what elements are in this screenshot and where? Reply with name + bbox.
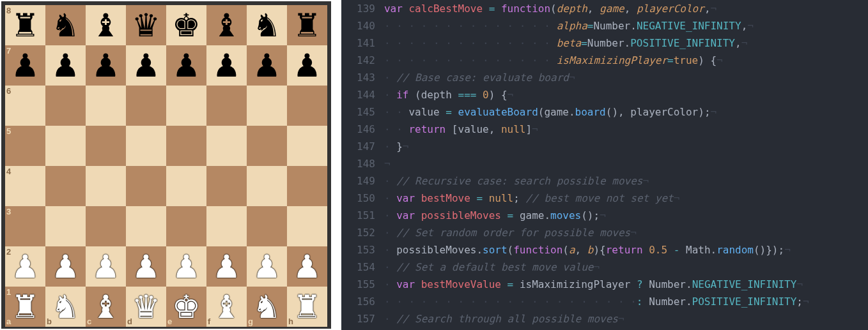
piece-bN[interactable]: ♞: [51, 10, 80, 41]
piece-bP[interactable]: ♟: [51, 50, 80, 82]
piece-wP[interactable]: ♟: [212, 251, 241, 283]
square-c6[interactable]: [86, 86, 126, 126]
square-h7[interactable]: ♟: [287, 45, 327, 86]
square-e1[interactable]: e♚: [166, 287, 206, 327]
square-e7[interactable]: ♟: [166, 45, 206, 86]
piece-bP[interactable]: ♟: [293, 50, 322, 82]
square-b5[interactable]: [45, 126, 86, 166]
square-e2[interactable]: ♟: [166, 246, 206, 287]
square-d5[interactable]: [126, 126, 166, 166]
square-d8[interactable]: ♛: [126, 5, 166, 45]
square-c1[interactable]: c♝: [86, 287, 126, 327]
code-line[interactable]: · // Recursive case: search possible mov…: [384, 172, 868, 190]
square-b3[interactable]: [45, 206, 86, 246]
square-a7[interactable]: 7♟: [5, 45, 45, 86]
piece-wR[interactable]: ♜: [293, 291, 322, 323]
code-line[interactable]: · // Set a default best move value¬: [384, 259, 868, 276]
piece-wN[interactable]: ♞: [252, 291, 281, 323]
square-h4[interactable]: [287, 166, 327, 206]
piece-bQ[interactable]: ♛: [132, 10, 160, 41]
square-g8[interactable]: ♞: [247, 5, 287, 45]
code-line[interactable]: · · return [value, null]¬: [384, 121, 868, 138]
code-line[interactable]: var calcBestMove = function(depth, game,…: [384, 0, 868, 17]
piece-bN[interactable]: ♞: [252, 10, 281, 41]
square-g1[interactable]: g♞: [247, 287, 287, 327]
square-e8[interactable]: ♚: [166, 5, 206, 45]
code-line[interactable]: · // Base case: evaluate board¬: [384, 69, 868, 86]
code-line[interactable]: · if (depth === 0) {¬: [384, 86, 868, 103]
code-line[interactable]: · · · · · · · · · · · · · · alpha=Number…: [384, 17, 868, 34]
square-h8[interactable]: ♜: [287, 5, 327, 45]
square-f4[interactable]: [206, 166, 247, 206]
square-g3[interactable]: [247, 206, 287, 246]
square-a1[interactable]: 1a♜: [5, 287, 45, 327]
square-a4[interactable]: 4: [5, 166, 45, 206]
square-c7[interactable]: ♟: [86, 45, 126, 86]
piece-wB[interactable]: ♝: [212, 291, 241, 323]
square-g7[interactable]: ♟: [247, 45, 287, 86]
square-f8[interactable]: ♝: [206, 5, 247, 45]
square-c8[interactable]: ♝: [86, 5, 126, 45]
piece-bR[interactable]: ♜: [11, 10, 40, 41]
square-f2[interactable]: ♟: [206, 246, 247, 287]
square-h2[interactable]: ♟: [287, 246, 327, 287]
piece-bB[interactable]: ♝: [91, 10, 120, 41]
square-c5[interactable]: [86, 126, 126, 166]
code-line[interactable]: · · · · · · · · · · · · · · isMaximizing…: [384, 52, 868, 69]
square-h5[interactable]: [287, 126, 327, 166]
square-d4[interactable]: [126, 166, 166, 206]
piece-wR[interactable]: ♜: [11, 291, 40, 323]
square-g5[interactable]: [247, 126, 287, 166]
square-e3[interactable]: [166, 206, 206, 246]
piece-wP[interactable]: ♟: [51, 251, 80, 283]
piece-wP[interactable]: ♟: [91, 251, 120, 283]
square-g6[interactable]: [247, 86, 287, 126]
square-h1[interactable]: h♜: [287, 287, 327, 327]
square-b1[interactable]: b♞: [45, 287, 86, 327]
piece-bR[interactable]: ♜: [293, 10, 322, 41]
square-g2[interactable]: ♟: [247, 246, 287, 287]
piece-wN[interactable]: ♞: [51, 291, 80, 323]
piece-wB[interactable]: ♝: [91, 291, 120, 323]
code-line[interactable]: · }¬: [384, 138, 868, 155]
square-d7[interactable]: ♟: [126, 45, 166, 86]
piece-wP[interactable]: ♟: [252, 251, 281, 283]
square-b6[interactable]: [45, 86, 86, 126]
square-d2[interactable]: ♟: [126, 246, 166, 287]
code-line[interactable]: · · · · · · · · · · · · · · beta=Number.…: [384, 34, 868, 52]
piece-wP[interactable]: ♟: [132, 251, 160, 283]
code-line[interactable]: · var bestMove = null; // best move not …: [384, 190, 868, 207]
square-a8[interactable]: 8♜: [5, 5, 45, 45]
square-e4[interactable]: [166, 166, 206, 206]
code-editor[interactable]: 1391401411421431441451461471481491501511…: [341, 0, 868, 330]
square-b7[interactable]: ♟: [45, 45, 86, 86]
piece-bP[interactable]: ♟: [172, 50, 201, 82]
square-g4[interactable]: [247, 166, 287, 206]
piece-bP[interactable]: ♟: [11, 50, 40, 82]
piece-wP[interactable]: ♟: [172, 251, 201, 283]
code-line[interactable]: · var bestMoveValue = isMaximizingPlayer…: [384, 276, 868, 293]
square-a6[interactable]: 6: [5, 86, 45, 126]
square-d3[interactable]: [126, 206, 166, 246]
square-e6[interactable]: [166, 86, 206, 126]
square-f6[interactable]: [206, 86, 247, 126]
piece-wQ[interactable]: ♛: [132, 291, 160, 323]
square-f7[interactable]: ♟: [206, 45, 247, 86]
square-d6[interactable]: [126, 86, 166, 126]
piece-wP[interactable]: ♟: [11, 251, 40, 283]
code-line[interactable]: · var possibleMoves = game.moves();¬: [384, 207, 868, 224]
code-line[interactable]: · · · · · · · · · · · · · · · · · · · · …: [384, 293, 868, 310]
square-d1[interactable]: d♛: [126, 287, 166, 327]
piece-bP[interactable]: ♟: [212, 50, 241, 82]
square-h6[interactable]: [287, 86, 327, 126]
square-c2[interactable]: ♟: [86, 246, 126, 287]
piece-bK[interactable]: ♚: [172, 10, 201, 41]
code-line[interactable]: · · value = evaluateBoard(game.board(), …: [384, 103, 868, 121]
square-f3[interactable]: [206, 206, 247, 246]
square-f1[interactable]: f♝: [206, 287, 247, 327]
square-h3[interactable]: [287, 206, 327, 246]
piece-bP[interactable]: ♟: [91, 50, 120, 82]
square-a5[interactable]: 5: [5, 126, 45, 166]
square-e5[interactable]: [166, 126, 206, 166]
square-b4[interactable]: [45, 166, 86, 206]
